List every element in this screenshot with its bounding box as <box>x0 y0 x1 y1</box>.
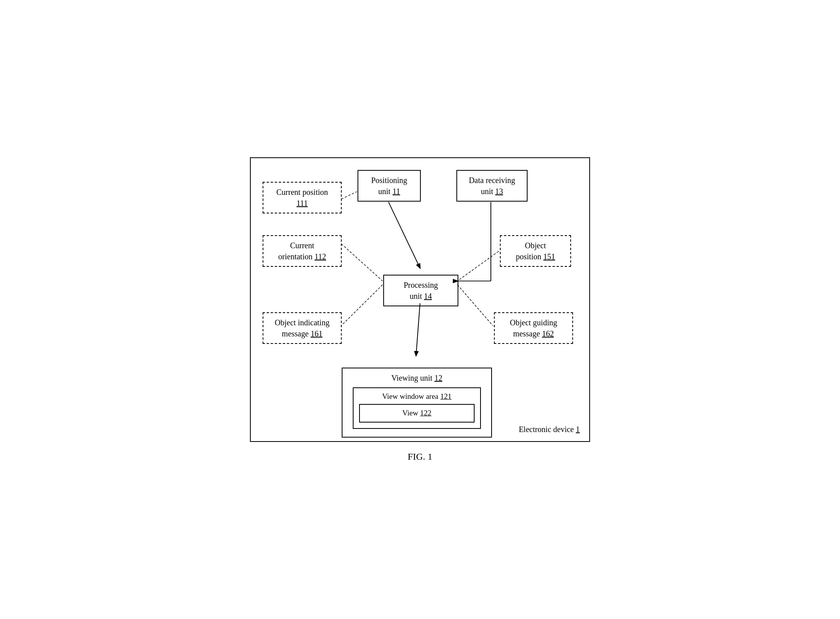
svg-line-6 <box>341 243 383 281</box>
current-orientation-label: Current <box>290 241 314 250</box>
diagram-container: Positioning unit 11 Data receiving unit … <box>242 157 598 462</box>
positioning-unit-number: 11 <box>392 187 400 196</box>
positioning-unit-label: Positioning <box>371 176 407 185</box>
positioning-unit-box: Positioning unit 11 <box>358 170 421 202</box>
processing-unit-label2: unit <box>410 292 422 300</box>
data-receiving-unit-box: Data receiving unit 13 <box>456 170 528 202</box>
svg-line-10 <box>458 285 493 326</box>
outer-box: Positioning unit 11 Data receiving unit … <box>250 157 590 442</box>
object-guiding-label: Object guiding <box>510 318 557 327</box>
view-window-area-number: 121 <box>440 392 452 400</box>
current-orientation-box: Current orientation 112 <box>263 235 342 267</box>
view-number: 122 <box>420 409 431 417</box>
processing-unit-number: 14 <box>424 292 432 300</box>
object-guiding-message-box: Object guiding message 162 <box>494 312 573 344</box>
fig-caption: FIG. 1 <box>408 451 433 462</box>
svg-line-7 <box>458 251 499 281</box>
object-indicating-message-box: Object indicating message 161 <box>263 312 342 344</box>
positioning-unit-label2: unit <box>378 187 390 196</box>
object-position-label: Object <box>525 241 546 250</box>
data-receiving-number: 13 <box>495 187 503 196</box>
viewing-unit-box: Viewing unit 12 View window area 121 Vie… <box>342 368 492 438</box>
object-guiding-label2: message <box>513 329 540 338</box>
svg-line-8 <box>416 303 420 355</box>
processing-unit-label: Processing <box>404 281 438 289</box>
current-orientation-number: 112 <box>314 252 326 261</box>
view-label: View <box>402 409 418 417</box>
viewing-unit-number: 12 <box>434 374 442 382</box>
object-position-number: 151 <box>543 252 555 261</box>
data-receiving-label2: unit <box>481 187 493 196</box>
object-indicating-label: Object indicating <box>275 318 329 327</box>
electronic-device-label: Electronic device 1 <box>519 425 580 434</box>
svg-line-2 <box>388 202 420 268</box>
data-receiving-label: Data receiving <box>469 176 515 185</box>
current-position-label: Current position <box>276 188 328 196</box>
object-position-box: Object position 151 <box>500 235 571 267</box>
current-orientation-label2: orientation <box>278 252 313 261</box>
current-position-box: Current position 111 <box>263 182 342 213</box>
svg-line-5 <box>341 191 357 199</box>
current-position-number: 111 <box>297 199 308 208</box>
view-inner-box: View 122 <box>359 404 475 423</box>
object-indicating-label2: message <box>282 329 309 338</box>
view-window-area-box: View window area 121 View 122 <box>353 387 481 429</box>
svg-line-9 <box>341 285 383 326</box>
object-indicating-number: 161 <box>310 329 322 338</box>
object-guiding-number: 162 <box>542 329 554 338</box>
view-window-area-label: View window area <box>382 392 438 400</box>
viewing-unit-label: Viewing unit <box>392 374 433 382</box>
object-position-label2: position <box>516 252 541 261</box>
processing-unit-box: Processing unit 14 <box>383 275 458 306</box>
